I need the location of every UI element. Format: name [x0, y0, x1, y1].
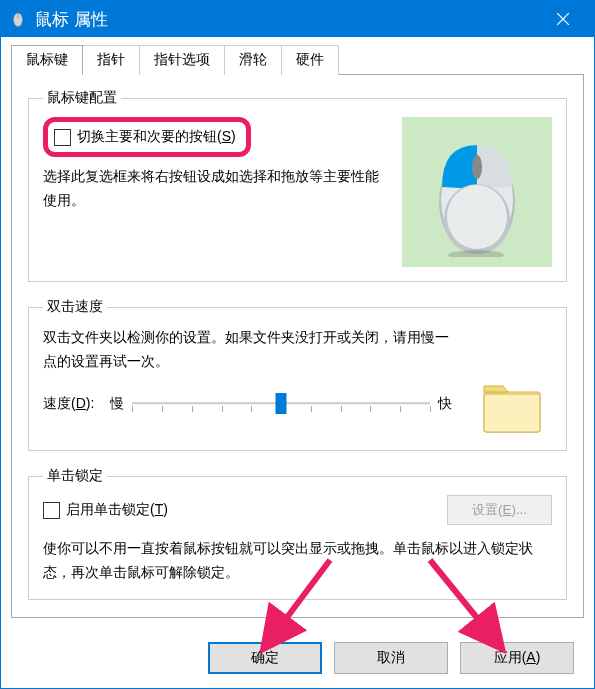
tab-pointers[interactable]: 指针 — [82, 45, 140, 75]
click-lock-description: 使你可以不用一直按着鼠标按钮就可以突出显示或拖拽。单击鼠标以进入锁定状态，再次单… — [43, 537, 552, 585]
svg-rect-11 — [484, 394, 540, 432]
double-click-legend: 双击速度 — [43, 298, 107, 316]
click-lock-group: 单击锁定 启用单击锁定(T) 设置(E)... 使你可以不用一直按着鼠标按钮就可… — [28, 467, 567, 600]
tab-wheel[interactable]: 滑轮 — [224, 45, 282, 75]
content-area: 鼠标键 指针 指针选项 滑轮 硬件 鼠标键配置 切换主要和次要的按钮(S) 选择… — [1, 37, 594, 628]
mouse-diagram — [402, 117, 552, 267]
window-title: 鼠标 属性 — [35, 8, 540, 31]
slider-thumb[interactable] — [276, 393, 287, 414]
button-config-legend: 鼠标键配置 — [43, 89, 121, 107]
swap-buttons-label[interactable]: 切换主要和次要的按钮(S) — [77, 128, 236, 146]
swap-buttons-highlight: 切换主要和次要的按钮(S) — [43, 117, 251, 157]
swap-buttons-description: 选择此复选框来将右按钮设成如选择和拖放等主要性能使用。 — [43, 165, 392, 213]
double-click-group: 双击速度 双击文件夹以检测你的设置。如果文件夹没打开或关闭，请用慢一点的设置再试… — [28, 298, 567, 451]
svg-point-6 — [472, 155, 482, 179]
swap-buttons-checkbox[interactable] — [54, 129, 71, 146]
speed-slow-label: 慢 — [110, 395, 124, 413]
click-lock-checkbox[interactable] — [43, 502, 60, 519]
tab-buttons[interactable]: 鼠标键 — [11, 45, 83, 75]
close-button[interactable] — [540, 1, 586, 37]
speed-slider[interactable] — [132, 392, 430, 416]
click-lock-settings-button: 设置(E)... — [447, 495, 552, 525]
mouse-properties-window: 鼠标 属性 鼠标键 指针 指针选项 滑轮 硬件 鼠标键配置 切换主要和次要的按钮… — [0, 0, 595, 689]
double-click-description: 双击文件夹以检测你的设置。如果文件夹没打开或关闭，请用慢一点的设置再试一次。 — [43, 326, 452, 374]
ok-button[interactable]: 确定 — [208, 642, 322, 674]
cancel-button[interactable]: 取消 — [334, 642, 448, 674]
titlebar: 鼠标 属性 — [1, 1, 594, 37]
click-lock-label[interactable]: 启用单击锁定(T) — [66, 501, 168, 519]
folder-test-icon[interactable] — [472, 326, 552, 436]
click-lock-legend: 单击锁定 — [43, 467, 107, 485]
button-config-group: 鼠标键配置 切换主要和次要的按钮(S) 选择此复选框来将右按钮设成如选择和拖放等… — [28, 89, 567, 282]
tab-panel-buttons: 鼠标键配置 切换主要和次要的按钮(S) 选择此复选框来将右按钮设成如选择和拖放等… — [11, 74, 584, 618]
mouse-icon — [9, 10, 27, 28]
speed-label: 速度(D): — [43, 395, 94, 413]
tab-pointer-options[interactable]: 指针选项 — [139, 45, 225, 75]
tab-strip: 鼠标键 指针 指针选项 滑轮 硬件 — [11, 45, 584, 75]
tab-hardware[interactable]: 硬件 — [281, 45, 339, 75]
svg-point-9 — [448, 250, 504, 257]
apply-button[interactable]: 应用(A) — [460, 642, 574, 674]
svg-point-8 — [447, 185, 507, 249]
speed-row: 速度(D): 慢 — [43, 392, 452, 416]
dialog-buttons: 确定 取消 应用(A) — [1, 628, 594, 688]
speed-fast-label: 快 — [438, 395, 452, 413]
